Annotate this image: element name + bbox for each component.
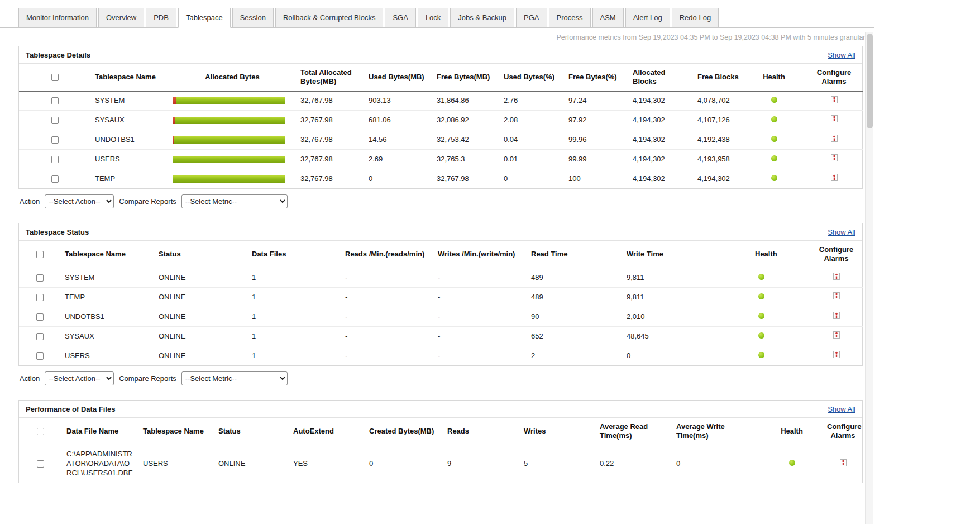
row-select-checkbox[interactable] bbox=[51, 97, 59, 104]
scrollbar-thumb[interactable] bbox=[867, 34, 873, 128]
configure-alarms-icon[interactable] bbox=[831, 135, 838, 142]
tablespace-name: SYSAUX bbox=[90, 111, 169, 130]
health-status-icon[interactable] bbox=[771, 155, 777, 161]
tab-lock[interactable]: Lock bbox=[418, 8, 448, 28]
tablespace-status-table: Tablespace Name Status Data Files Reads … bbox=[19, 241, 863, 365]
compare-metric-select[interactable]: --Select Metric-- bbox=[181, 194, 288, 208]
used-pct-value: 2.76 bbox=[499, 91, 564, 111]
data-files-value: 1 bbox=[247, 268, 341, 288]
tab-rollback-corrupted-blocks[interactable]: Rollback & Corrupted Blocks bbox=[275, 8, 383, 28]
tab-asm[interactable]: ASM bbox=[592, 8, 624, 28]
tab-session[interactable]: Session bbox=[232, 8, 274, 28]
health-status-icon[interactable] bbox=[771, 136, 777, 142]
row-select-checkbox[interactable] bbox=[36, 333, 44, 340]
data-files-value: 1 bbox=[247, 327, 341, 346]
table-row: SYSAUX 32,767.98 681.06 32,086.92 2.08 9… bbox=[19, 111, 863, 130]
used-bytes-value: 903.13 bbox=[364, 91, 432, 111]
compare-metric-select[interactable]: --Select Metric-- bbox=[181, 371, 288, 385]
vertical-scrollbar[interactable] bbox=[865, 32, 873, 524]
writes-min-value: - bbox=[433, 288, 527, 307]
configure-alarms-icon[interactable] bbox=[831, 115, 838, 122]
action-label: Action bbox=[20, 374, 40, 383]
health-status-icon[interactable] bbox=[789, 460, 795, 466]
allocated-blocks-value: 4,194,302 bbox=[628, 169, 693, 188]
action-select[interactable]: --Select Action-- bbox=[45, 371, 114, 385]
allocated-bytes-bar bbox=[173, 117, 285, 124]
tab-pdb[interactable]: PDB bbox=[146, 8, 176, 28]
row-select-checkbox[interactable] bbox=[36, 352, 44, 360]
configure-alarms-icon[interactable] bbox=[833, 331, 840, 339]
configure-alarms-icon[interactable] bbox=[833, 351, 840, 358]
row-select-checkbox[interactable] bbox=[36, 294, 44, 301]
tab-process[interactable]: Process bbox=[549, 8, 591, 28]
configure-alarms-icon[interactable] bbox=[831, 154, 838, 161]
table-header-row: Tablespace Name Status Data Files Reads … bbox=[19, 241, 863, 268]
configure-alarms-icon[interactable] bbox=[840, 459, 847, 466]
show-all-link[interactable]: Show All bbox=[828, 405, 855, 413]
column-header: Status bbox=[154, 241, 247, 268]
tab-monitor-information[interactable]: Monitor Information bbox=[18, 8, 97, 28]
tablespace-name: USERS bbox=[90, 150, 169, 169]
used-bytes-bar-segment bbox=[173, 117, 175, 124]
configure-alarms-icon[interactable] bbox=[833, 292, 840, 299]
used-pct-value: 0.04 bbox=[499, 130, 564, 150]
status-value: ONLINE bbox=[154, 327, 247, 346]
show-all-link[interactable]: Show All bbox=[828, 228, 855, 236]
column-header: Health bbox=[743, 64, 805, 91]
used-pct-value: 0.01 bbox=[499, 150, 564, 169]
column-header: Tablespace Name bbox=[60, 241, 154, 268]
tab-tablespace[interactable]: Tablespace bbox=[178, 8, 231, 28]
tab-sga[interactable]: SGA bbox=[385, 8, 415, 28]
select-all-checkbox[interactable] bbox=[36, 251, 44, 258]
tab-jobs-backup[interactable]: Jobs & Backup bbox=[450, 8, 514, 28]
table-row: USERS 32,767.98 2.69 32,765.3 0.01 99.99… bbox=[19, 150, 863, 169]
reads-value: 9 bbox=[443, 445, 519, 483]
write-time-value: 9,811 bbox=[622, 268, 750, 288]
column-header: AutoExtend bbox=[289, 418, 365, 445]
configure-alarms-icon[interactable] bbox=[831, 174, 838, 181]
allocated-bytes-bar bbox=[173, 175, 285, 183]
select-all-checkbox[interactable] bbox=[51, 74, 59, 81]
table-row: UNDOTBS1 ONLINE 1 - - 90 2,010 bbox=[19, 307, 863, 327]
action-select[interactable]: --Select Action-- bbox=[45, 194, 114, 208]
tab-overview[interactable]: Overview bbox=[98, 8, 144, 28]
health-status-icon[interactable] bbox=[771, 97, 777, 103]
health-status-icon[interactable] bbox=[758, 352, 764, 358]
column-header: Reads bbox=[443, 418, 519, 445]
configure-alarms-icon[interactable] bbox=[833, 273, 840, 280]
health-status-icon[interactable] bbox=[758, 313, 764, 319]
row-select-checkbox[interactable] bbox=[36, 313, 44, 321]
configure-alarms-icon[interactable] bbox=[833, 312, 840, 319]
used-pct-value: 2.08 bbox=[499, 111, 564, 130]
tab-redo-log[interactable]: Redo Log bbox=[672, 8, 719, 28]
performance-metrics-note: Performance metrics from Sep 19,2023 04:… bbox=[0, 28, 874, 46]
health-status-icon[interactable] bbox=[758, 274, 764, 280]
health-status-icon[interactable] bbox=[771, 116, 777, 122]
row-select-checkbox[interactable] bbox=[51, 156, 59, 163]
table-header-row: Tablespace Name Allocated Bytes Total Al… bbox=[19, 64, 863, 91]
health-status-icon[interactable] bbox=[771, 175, 777, 181]
column-header: Allocated Blocks bbox=[628, 64, 693, 91]
allocated-blocks-value: 4,194,302 bbox=[628, 111, 693, 130]
row-select-checkbox[interactable] bbox=[51, 175, 59, 183]
details-action-row: Action --Select Action-- Compare Reports… bbox=[20, 194, 874, 208]
writes-min-value: - bbox=[433, 346, 527, 365]
avg-write-time-value: 0 bbox=[672, 445, 761, 483]
row-select-checkbox[interactable] bbox=[37, 460, 44, 468]
tab-pga[interactable]: PGA bbox=[516, 8, 547, 28]
show-all-link[interactable]: Show All bbox=[828, 51, 855, 59]
allocated-bytes-bar bbox=[173, 136, 285, 144]
row-select-checkbox[interactable] bbox=[51, 117, 59, 124]
health-status-icon[interactable] bbox=[758, 293, 764, 299]
select-all-checkbox[interactable] bbox=[37, 428, 44, 435]
allocated-blocks-value: 4,194,302 bbox=[628, 91, 693, 111]
data-files-header: Performance of Data Files Show All bbox=[19, 401, 862, 418]
column-header: Tablespace Name bbox=[138, 418, 214, 445]
row-select-checkbox[interactable] bbox=[51, 136, 59, 144]
used-pct-value: 0 bbox=[499, 169, 564, 188]
column-header: Status bbox=[214, 418, 289, 445]
row-select-checkbox[interactable] bbox=[36, 274, 44, 282]
configure-alarms-icon[interactable] bbox=[831, 96, 838, 103]
health-status-icon[interactable] bbox=[758, 332, 764, 339]
tab-alert-log[interactable]: Alert Log bbox=[625, 8, 670, 28]
